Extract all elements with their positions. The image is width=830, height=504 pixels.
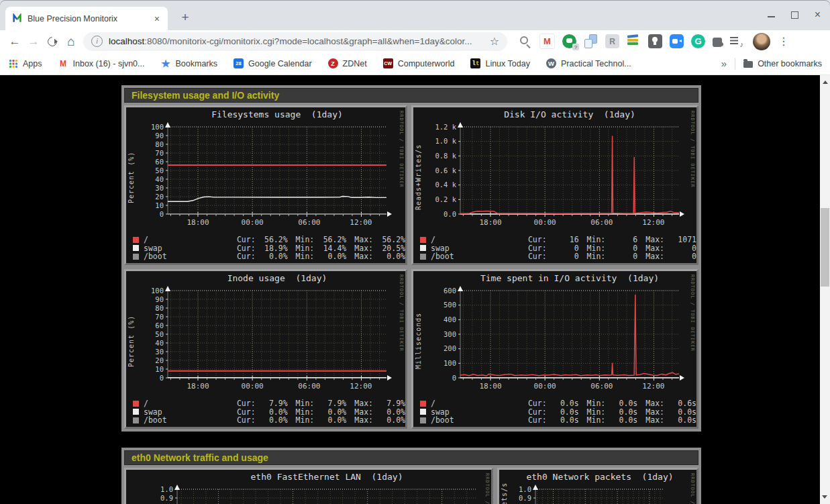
- grammarly-icon[interactable]: G: [691, 34, 705, 48]
- scrollbar-up-icon[interactable]: [823, 78, 828, 84]
- rrdtool-watermark: RRDTOOL / TOBI OETIKER: [399, 274, 404, 352]
- section-network: eth0 Network traffic and usage eth0 Fast…: [121, 448, 701, 504]
- chart-filesystems-usage: Filesystems usage (1day)Percent (%)01020…: [124, 105, 407, 265]
- browser-toolbar: ← → ⌂ i localhost:8080/monitorix-cgi/mon…: [0, 30, 830, 52]
- home-icon[interactable]: ⌂: [62, 32, 81, 51]
- legend-swatch: [133, 409, 139, 415]
- legend-stat-value: 0.0%: [314, 415, 346, 425]
- legend-swatch: [420, 254, 426, 260]
- maximize-icon[interactable]: [791, 11, 798, 19]
- eth0-lan-title: eth0 FastEthernet LAN (1day): [136, 472, 487, 483]
- bookmark-label: Bookmarks: [176, 59, 218, 68]
- tab-close-icon[interactable]: ×: [153, 13, 161, 24]
- reload-icon[interactable]: [43, 32, 62, 51]
- bookmark-apps[interactable]: Apps: [8, 58, 42, 68]
- legend-stat-label: Max:: [354, 415, 373, 425]
- zdnet-icon: Z: [328, 58, 338, 68]
- svg-text:00:00: 00:00: [242, 382, 264, 391]
- rrdtool-watermark: RRDTOOL / TOBI OETIKER: [690, 274, 695, 352]
- scrollbar-down-icon[interactable]: [822, 495, 827, 501]
- svg-text:40: 40: [155, 175, 164, 183]
- section-filesystem: Filesystem usage and I/O activity Filesy…: [121, 85, 701, 432]
- eth0-packets-title: eth0 Network packets (1day): [509, 472, 678, 483]
- playlist-icon[interactable]: ♪: [729, 34, 743, 48]
- legend-name: /boot: [144, 252, 229, 261]
- svg-text:500: 500: [444, 301, 456, 309]
- extensions-puzzle-icon[interactable]: [713, 38, 722, 47]
- page-info-icon[interactable]: i: [91, 36, 103, 47]
- chart-eth0-packets: eth0 Network packets (1day)Packets/s0.00…: [497, 468, 698, 504]
- bookmark-bookmarks[interactable]: ★Bookmarks: [161, 58, 218, 68]
- computerworld-icon: CW: [383, 58, 393, 68]
- address-bar[interactable]: i localhost:8080/monitorix-cgi/monitorix…: [83, 32, 507, 51]
- browser-tab[interactable]: Blue Precision Monitorix ×: [5, 7, 168, 30]
- other-bookmarks-button[interactable]: Other bookmarks: [743, 59, 822, 68]
- legend-stat-value: 0.0s: [664, 415, 696, 425]
- new-tab-button[interactable]: +: [176, 8, 195, 27]
- rrdtool-watermark: RRDTOOL / TOBI OETIKER: [484, 473, 490, 504]
- svg-text:0.0: 0.0: [444, 210, 456, 218]
- kebab-menu-icon[interactable]: ⋮: [777, 35, 790, 48]
- bookmark-computerworld[interactable]: CWComputerworld: [383, 58, 455, 68]
- search-icon[interactable]: [518, 34, 532, 48]
- messenger-icon[interactable]: ?: [562, 34, 576, 48]
- bookmark-practical-technol[interactable]: WPractical Technol...: [546, 58, 631, 68]
- disk-io-activity-ylabel: Reads+Writes/s: [413, 120, 423, 234]
- legend-swatch: [420, 409, 426, 415]
- profile-avatar[interactable]: [753, 33, 770, 50]
- legend-row: /bootCur:0Min:0Max:0: [420, 252, 696, 261]
- svg-text:50: 50: [155, 166, 164, 174]
- bookmark-inbox-16-sjvn0[interactable]: MInbox (16) - sjvn0...: [58, 58, 145, 68]
- session-icon[interactable]: [648, 34, 662, 48]
- legend-row: swapCur:0.0sMin:0.0sMax:0.0s: [420, 408, 696, 417]
- bookmarks-overflow-icon[interactable]: »: [721, 58, 727, 69]
- svg-text:100: 100: [444, 359, 456, 367]
- minimize-icon[interactable]: [768, 16, 775, 17]
- svg-text:60: 60: [155, 321, 164, 330]
- legend-swatch: [133, 417, 139, 423]
- bookmarks-bar: AppsMInbox (16) - sjvn0...★Bookmarks28Go…: [0, 52, 830, 75]
- legend-stat-label: Min:: [296, 415, 315, 425]
- svg-text:06:00: 06:00: [298, 218, 320, 227]
- bookmark-star-icon[interactable]: ☆: [490, 35, 499, 48]
- scrollbar-thumb[interactable]: [821, 208, 829, 287]
- svg-text:1.0 k: 1.0 k: [435, 137, 456, 145]
- chart-time-in-io-activity: Time spent in I/O activity (1day)Millise…: [411, 269, 698, 429]
- disk-io-activity-legend: /Cur:16Min:6Max:1071swapCur:0Min:0Max:0/…: [413, 236, 696, 261]
- svg-text:0: 0: [160, 210, 164, 218]
- svg-text:0.6 k: 0.6 k: [435, 166, 456, 174]
- legend-stat-value: 0: [547, 252, 579, 261]
- legend-stat-label: Max:: [645, 415, 664, 425]
- forward-icon[interactable]: →: [24, 32, 43, 51]
- books-icon[interactable]: [627, 34, 641, 48]
- page-content: Filesystem usage and I/O activity Filesy…: [121, 85, 701, 504]
- bookmark-linux-today[interactable]: ltLinux Today: [470, 58, 530, 68]
- copy-pages-icon[interactable]: [584, 34, 598, 48]
- svg-text:10: 10: [155, 201, 164, 209]
- close-icon[interactable]: ×: [815, 11, 821, 19]
- legend-swatch: [133, 401, 139, 407]
- svg-text:06:00: 06:00: [590, 382, 613, 391]
- svg-text:1.0: 1.0: [160, 485, 173, 493]
- tab-strip: Blue Precision Monitorix × + ×: [0, 0, 830, 30]
- r-extension-icon[interactable]: R: [605, 34, 619, 48]
- rrdtool-watermark: RRDTOOL / TOBI OETIKER: [690, 473, 695, 504]
- legend-stat-value: 0.0%: [256, 252, 288, 261]
- bookmark-label: Computerworld: [398, 59, 455, 68]
- legend-stat-value: 0.0s: [547, 415, 579, 425]
- wordpress-icon: W: [546, 58, 556, 68]
- legend-swatch: [420, 417, 426, 423]
- scrollbar[interactable]: [820, 75, 830, 504]
- svg-text:100: 100: [151, 123, 164, 131]
- back-icon[interactable]: ←: [5, 32, 24, 51]
- zoom-icon[interactable]: [670, 34, 684, 48]
- legend-swatch: [420, 245, 426, 251]
- legend-row: /bootCur:0.0%Min:0.0%Max:0.0%: [133, 416, 405, 425]
- gmail-icon[interactable]: M: [539, 34, 555, 49]
- chart-inode-usage: Inode usage (1day)Percent (%)01020304050…: [124, 269, 407, 429]
- bookmark-zdnet[interactable]: ZZDNet: [328, 58, 367, 68]
- bookmark-label: ZDNet: [343, 59, 367, 68]
- bookmark-google-calendar[interactable]: 28Google Calendar: [234, 58, 312, 68]
- svg-text:06:00: 06:00: [590, 218, 613, 227]
- legend-row: /Cur:16Min:6Max:1071: [420, 236, 696, 244]
